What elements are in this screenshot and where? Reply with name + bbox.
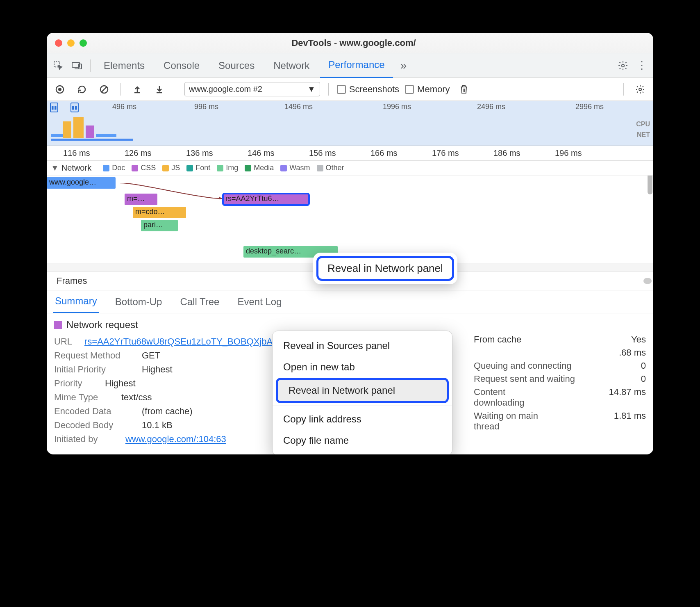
decoded-label: Decoded Body — [54, 420, 136, 431]
context-menu-item[interactable]: Reveal in Sources panel — [273, 335, 452, 356]
panel-settings-icon[interactable] — [632, 81, 648, 98]
prio-value: Highest — [105, 378, 136, 389]
overview-minimap[interactable]: ▮▮▮▮ 496 ms 996 ms 1496 ms 1996 ms 2496 … — [47, 101, 653, 146]
tab-elements[interactable]: Elements — [95, 53, 153, 78]
recording-selector[interactable]: www.google.com #2▼ — [184, 82, 320, 96]
waiting-label: Waiting on main thread — [474, 411, 556, 432]
more-tabs-icon[interactable]: » — [395, 57, 412, 74]
legend-item: Media — [245, 164, 274, 172]
decoded-value: 10.1 kB — [142, 420, 173, 431]
legend-item: JS — [162, 164, 180, 172]
svg-rect-8 — [51, 134, 63, 137]
tab-performance[interactable]: Performance — [320, 53, 393, 78]
bottom-tabs: Summary Bottom-Up Call Tree Event Log — [47, 290, 653, 313]
tooltip-text: Reveal in Network panel — [316, 256, 454, 281]
context-menu: Reveal in Sources panelOpen in new tabRe… — [272, 331, 452, 454]
duration-value: .68 ms — [619, 347, 646, 358]
record-icon[interactable] — [52, 81, 68, 98]
recording-name: www.google.com #2 — [189, 84, 262, 94]
reqsent-value: 0 — [641, 374, 646, 384]
color-swatch — [54, 321, 62, 329]
download-icon[interactable] — [151, 81, 168, 98]
queuing-value: 0 — [641, 361, 646, 371]
screenshots-checkbox[interactable]: Screenshots — [337, 84, 399, 95]
divider — [90, 59, 91, 72]
initprio-value: Highest — [142, 364, 173, 375]
close-icon[interactable] — [55, 39, 62, 47]
tab-sources[interactable]: Sources — [210, 53, 263, 78]
main-tabbar: Elements Console Sources Network Perform… — [47, 53, 653, 78]
tab-call-tree[interactable]: Call Tree — [178, 291, 221, 313]
tab-network[interactable]: Network — [265, 53, 318, 78]
devtools-window: DevTools - www.google.com/ Elements Cons… — [47, 33, 653, 454]
content-value: 14.87 ms — [609, 387, 646, 408]
content-label: Content downloading — [474, 387, 556, 408]
settings-icon[interactable] — [615, 57, 631, 74]
chevron-down-icon: ▼ — [307, 84, 316, 94]
details-header: Network request — [54, 319, 646, 331]
overview-range-handles[interactable]: ▮▮▮▮ — [50, 103, 79, 112]
legend-item: CSS — [132, 164, 156, 172]
overview-lane-labels: CPUNET — [636, 119, 650, 140]
tab-console[interactable]: Console — [155, 53, 208, 78]
mime-label: Mime Type — [54, 392, 116, 403]
prio-label: Priority — [54, 378, 99, 389]
memory-checkbox[interactable]: Memory — [405, 84, 450, 95]
clear-icon[interactable] — [96, 81, 112, 98]
network-track-header[interactable]: ▼ Network DocCSSJSFontImgMediaWasmOther — [47, 161, 653, 176]
tab-summary[interactable]: Summary — [53, 290, 99, 313]
context-menu-item[interactable]: Reveal in Network panel — [276, 378, 449, 403]
svg-point-3 — [622, 64, 625, 67]
network-request-bar[interactable]: pari… — [141, 220, 178, 231]
kebab-menu-icon[interactable]: ⋮ — [634, 57, 650, 74]
network-request-bar[interactable]: rs=AA2YrTtu6… — [223, 194, 309, 205]
network-request-bar[interactable]: m=cdo… — [133, 207, 186, 218]
svg-rect-11 — [86, 126, 94, 138]
timeline-ruler: 116 ms 126 ms 136 ms 146 ms 156 ms 166 m… — [47, 146, 653, 161]
mime-value: text/css — [121, 392, 152, 403]
network-request-bar[interactable]: m=… — [125, 194, 157, 205]
scrollbar-thumb[interactable] — [643, 278, 652, 284]
waiting-value: 1.81 ms — [614, 411, 646, 432]
inspect-icon[interactable] — [50, 57, 66, 74]
fromcache-value: Yes — [631, 334, 646, 345]
legend-item: Font — [186, 164, 210, 172]
initiated-link[interactable]: www.google.com/:104:63 — [125, 434, 226, 445]
network-track[interactable]: ▼ Network DocCSSJSFontImgMediaWasmOther … — [47, 161, 653, 263]
timing-column: From cacheYes .68 ms Queuing and connect… — [474, 333, 646, 433]
legend-item: Wasm — [280, 164, 310, 172]
svg-rect-13 — [51, 139, 133, 141]
reqsent-label: Request sent and waiting — [474, 374, 575, 384]
svg-rect-9 — [63, 121, 71, 138]
method-value: GET — [142, 350, 160, 361]
track-label: Network — [61, 163, 91, 173]
encoded-value: (from cache) — [142, 406, 192, 417]
svg-point-7 — [639, 88, 641, 91]
collapse-icon[interactable]: ▼ — [51, 163, 59, 173]
initprio-label: Initial Priority — [54, 364, 136, 375]
trash-icon[interactable] — [456, 81, 472, 98]
tab-event-log[interactable]: Event Log — [236, 291, 283, 313]
device-toggle-icon[interactable] — [69, 57, 85, 74]
upload-icon[interactable] — [129, 81, 145, 98]
reload-record-icon[interactable] — [74, 81, 90, 98]
network-request-bar[interactable]: www.google… — [47, 177, 116, 189]
fromcache-label: From cache — [474, 334, 521, 345]
queuing-label: Queuing and connecting — [474, 361, 572, 371]
summary-details: Network request URLrs=AA2YrTtu68wU8rQSEu… — [47, 313, 653, 454]
initiated-label: Initiated by — [54, 434, 120, 445]
frames-label: Frames — [57, 276, 87, 286]
performance-toolbar: www.google.com #2▼ Screenshots Memory — [47, 78, 653, 101]
context-menu-item[interactable]: Open in new tab — [273, 356, 452, 378]
context-menu-item[interactable]: Copy file name — [273, 430, 452, 451]
svg-rect-10 — [73, 117, 84, 138]
svg-point-5 — [58, 88, 61, 91]
url-link[interactable]: rs=AA2YrTtu68wU8rQSEu1zLoTY_BOBQXjbAg — [84, 336, 277, 347]
tab-bottom-up[interactable]: Bottom-Up — [114, 291, 164, 313]
legend-item: Doc — [103, 164, 125, 172]
method-label: Request Method — [54, 350, 136, 361]
context-menu-item[interactable]: Copy link address — [273, 408, 452, 430]
reveal-tooltip: Reveal in Network panel — [313, 253, 457, 284]
overview-cpu-chart — [51, 113, 157, 142]
legend-item: Img — [217, 164, 238, 172]
